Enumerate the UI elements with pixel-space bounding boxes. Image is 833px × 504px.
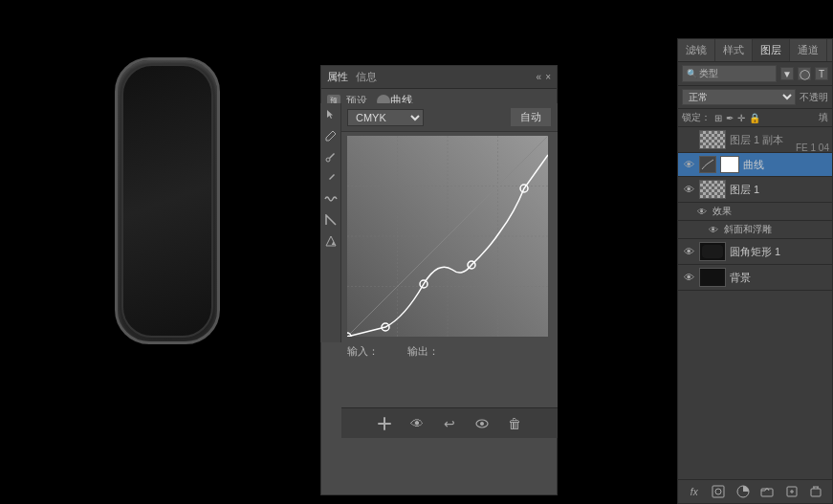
eye-icon-1[interactable]: 👁 (682, 183, 695, 196)
sub-layer-effects: 👁 效果 (678, 203, 832, 221)
channel-bar: CMYK 自动 (341, 103, 558, 132)
svg-rect-27 (811, 489, 821, 496)
layers-bottom-bar: fx (678, 479, 832, 503)
delete-layer-button[interactable] (808, 484, 823, 499)
blend-row: 正常 不透明 (678, 86, 832, 109)
lock-label: 锁定： (682, 111, 711, 124)
layer-item-bg[interactable]: 👁 背景 (678, 265, 832, 291)
expand-icon[interactable]: « (537, 72, 542, 82)
layer-search-box[interactable]: 🔍 类型 (682, 65, 777, 82)
svg-text:▲: ▲ (330, 240, 336, 246)
tab-style[interactable]: 样式 (715, 39, 753, 61)
curves-main-area: CMYK 自动 (341, 103, 558, 438)
layer-thumb-1 (699, 180, 726, 199)
input-output-row: 输入： 输出： (341, 340, 558, 362)
tab-channels[interactable]: 通道 (790, 39, 827, 61)
search-icon: 🔍 (687, 69, 697, 78)
layer-filter-btn1[interactable]: ▼ (780, 67, 794, 80)
tool-eyedropper2[interactable] (323, 170, 339, 186)
layer-thumb-rounded (699, 242, 726, 261)
props-controls: « × (537, 72, 551, 82)
sub-name-bevel: 斜面和浮雕 (724, 223, 772, 236)
lock-all[interactable]: 🔒 (749, 113, 760, 123)
layer-thumb-bg (699, 268, 726, 287)
tool-wave[interactable] (323, 191, 339, 207)
delete-btn[interactable]: 🗑 (506, 415, 523, 432)
lock-icons: ⊞ ✒ ✛ 🔒 (714, 113, 760, 123)
eye-icon-copy[interactable] (682, 133, 695, 146)
toolbar-strip: ▲ (320, 103, 341, 342)
layer-filter-btn3[interactable]: T (815, 67, 828, 80)
layer-item-rounded[interactable]: 👁 圆角矩形 1 (678, 239, 832, 265)
reset-btn[interactable]: ↩ (441, 415, 458, 432)
sub-eye-effects[interactable]: 👁 (697, 207, 707, 217)
lock-row: 锁定： ⊞ ✒ ✛ 🔒 填 (678, 109, 832, 127)
tab-properties[interactable]: 属性 (327, 70, 348, 84)
sub-layer-bevel: 👁 斜面和浮雕 (678, 221, 832, 239)
layer-item-1[interactable]: 👁 图层 1 (678, 177, 832, 203)
sub-name-effects: 效果 (712, 205, 732, 218)
eye-icon-bg[interactable]: 👁 (682, 271, 695, 284)
detection-text: FE 1 04 (792, 141, 833, 155)
tool-warning[interactable]: ▲ (323, 233, 339, 249)
layer-name-curves: 曲线 (743, 158, 828, 172)
layers-toolbar: 🔍 类型 ▼ ◯ T (678, 62, 832, 86)
output-label: 输出： (407, 344, 439, 359)
sub-eye-bevel[interactable]: 👁 (709, 225, 718, 235)
fill-label: 填 (819, 111, 828, 124)
layer-item-curves[interactable]: 👁 曲线 (678, 153, 832, 177)
eye-icon-curves[interactable]: 👁 (682, 158, 695, 171)
type-label: 类型 (699, 67, 718, 80)
new-group-button[interactable] (759, 484, 775, 499)
curves-graph[interactable] (347, 136, 548, 337)
layers-header-tabs: 滤镜 样式 图层 通道 (678, 39, 832, 62)
curves-adj-icon (699, 156, 716, 173)
svg-point-0 (326, 158, 330, 162)
adjustment-button[interactable] (735, 484, 751, 499)
tool-pointer[interactable] (323, 107, 339, 122)
eye-icon-rounded[interactable]: 👁 (682, 245, 695, 258)
layer-name-bg: 背景 (730, 271, 828, 285)
svg-point-21 (715, 489, 721, 494)
eye-btn[interactable]: 👁 (408, 415, 426, 432)
tool-eyedropper[interactable] (323, 149, 339, 164)
input-label: 输入： (347, 344, 379, 359)
svg-rect-20 (712, 486, 724, 497)
add-point-btn[interactable] (376, 415, 393, 432)
layers-list: 图层 1 副本 👁 曲线 👁 图层 1 👁 效果 (678, 127, 832, 479)
channel-select[interactable]: CMYK (347, 109, 424, 126)
new-layer-button[interactable] (784, 484, 800, 499)
tab-filter[interactable]: 滤镜 (678, 39, 715, 61)
layer-name-1: 图层 1 (730, 183, 828, 197)
curves-path-svg (347, 136, 548, 337)
svg-rect-17 (384, 417, 385, 430)
svg-rect-23 (761, 489, 773, 496)
tab-layers[interactable]: 图层 (753, 39, 790, 61)
rounded-rect-shape (115, 57, 220, 344)
add-mask-button[interactable] (711, 484, 726, 499)
layer-name-rounded: 圆角矩形 1 (730, 245, 828, 259)
shape-container (115, 57, 220, 344)
layer-filter-btn2[interactable]: ◯ (798, 67, 811, 80)
tab-info[interactable]: 信息 (356, 70, 377, 84)
props-header: 属性 信息 « × (321, 66, 557, 89)
tool-pencil[interactable] (323, 128, 339, 143)
curves-mask-thumb (720, 156, 739, 173)
lock-pen[interactable]: ✒ (726, 113, 734, 123)
blend-mode-select[interactable]: 正常 (682, 89, 796, 105)
svg-point-19 (480, 422, 484, 426)
curves-layer-icons (699, 156, 739, 173)
layer-thumb-copy (699, 130, 726, 149)
visibility-btn[interactable] (473, 415, 491, 432)
fx-button[interactable]: fx (687, 484, 702, 499)
curves-bottom-toolbar: 👁 ↩ 🗑 (341, 407, 558, 438)
props-tabs: 属性 信息 (327, 70, 377, 84)
close-icon[interactable]: × (545, 72, 551, 82)
opacity-label: 不透明 (800, 91, 828, 104)
auto-button[interactable]: 自动 (510, 107, 552, 127)
lock-move[interactable]: ✛ (737, 113, 745, 123)
lock-checkerboard[interactable]: ⊞ (714, 113, 722, 123)
tool-corner[interactable] (323, 212, 339, 228)
layers-panel: 滤镜 样式 图层 通道 🔍 类型 ▼ ◯ T 正常 不透明 锁定： ⊞ ✒ ✛ … (677, 38, 833, 504)
